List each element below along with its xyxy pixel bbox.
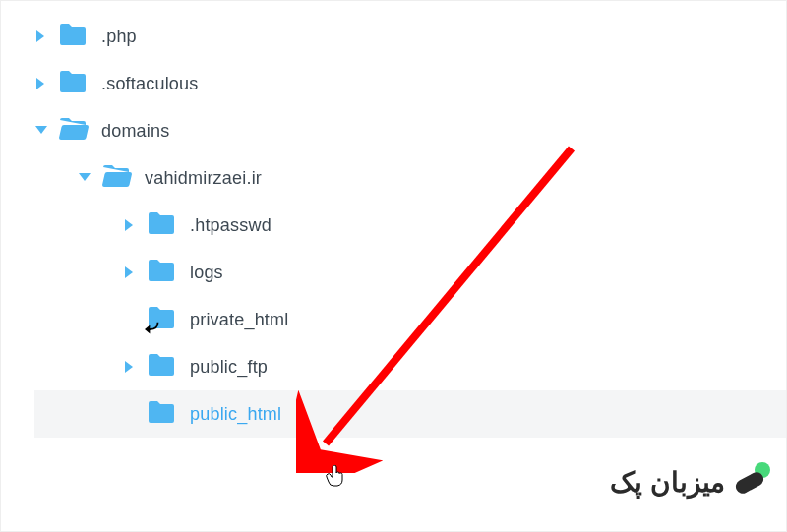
tree-row-vahidmirzaei[interactable]: vahidmirzaei.ir xyxy=(34,154,786,202)
tree-row-public-html[interactable]: public_html xyxy=(34,390,786,438)
folder-label: .softaculous xyxy=(101,74,198,94)
folder-label: .php xyxy=(101,27,137,47)
folder-open-icon xyxy=(58,116,88,146)
cursor-pointer-icon xyxy=(326,465,343,487)
caret-down-icon xyxy=(34,124,48,138)
folder-icon xyxy=(147,258,176,287)
folder-label: private_html xyxy=(190,310,288,330)
caret-right-icon xyxy=(34,30,48,43)
folder-icon xyxy=(58,22,88,51)
watermark-text: میزبان پک xyxy=(610,466,725,499)
folder-label: logs xyxy=(190,263,223,283)
tree-row-public-ftp[interactable]: public_ftp xyxy=(34,343,786,390)
folder-label: public_ftp xyxy=(190,357,268,378)
folder-label: vahidmirzaei.ir xyxy=(145,168,262,189)
folder-symlink-icon xyxy=(147,305,176,334)
tree-row-htpasswd[interactable]: .htpasswd xyxy=(34,202,786,249)
caret-right-icon xyxy=(123,266,137,279)
folder-label: domains xyxy=(101,121,169,142)
folder-label: public_html xyxy=(190,404,281,425)
tree-row-private-html[interactable]: private_html xyxy=(34,296,786,343)
symlink-arrow-icon xyxy=(145,321,160,336)
caret-down-icon xyxy=(78,171,91,185)
caret-right-icon xyxy=(123,218,137,232)
folder-label: .htpasswd xyxy=(190,215,272,236)
caret-right-icon xyxy=(34,77,48,90)
folder-icon xyxy=(147,399,176,429)
file-tree: .php .softaculous domains vahidmirzaei.i… xyxy=(1,1,786,438)
tree-row-php[interactable]: .php xyxy=(34,13,786,60)
tree-row-softaculous[interactable]: .softaculous xyxy=(34,60,786,107)
folder-icon xyxy=(147,210,176,240)
watermark-logo-icon xyxy=(733,462,772,502)
caret-right-icon xyxy=(123,360,137,374)
watermark: میزبان پک xyxy=(610,462,772,502)
tree-row-logs[interactable]: logs xyxy=(34,249,786,296)
folder-open-icon xyxy=(101,163,131,193)
folder-icon xyxy=(58,69,88,98)
folder-icon xyxy=(147,352,176,382)
tree-row-domains[interactable]: domains xyxy=(34,107,786,154)
